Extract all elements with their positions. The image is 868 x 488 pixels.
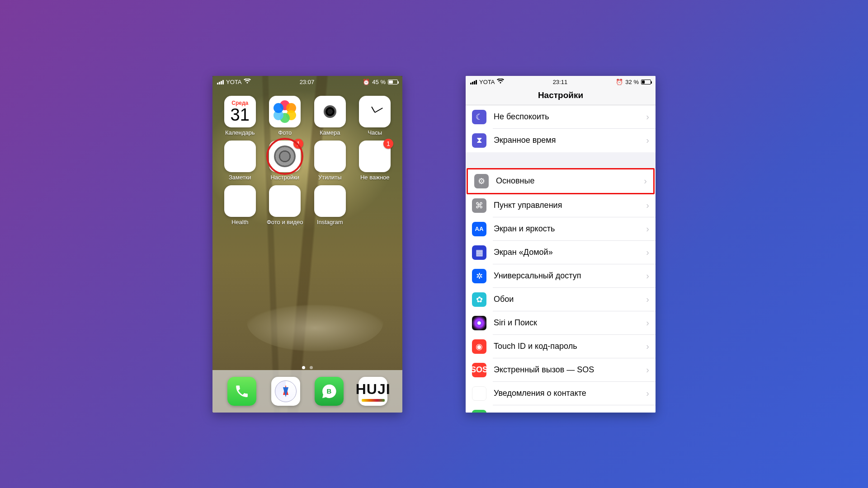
accessibility-icon: ✲ (472, 269, 486, 283)
alarm-icon: ⏰ (616, 79, 623, 85)
settings-group-2: ⚙ Основные › ⌘ Пункт управления › AA Экр… (466, 168, 656, 413)
empty-slot (354, 185, 396, 225)
dock-safari[interactable] (271, 377, 300, 406)
battery-pct: 45 % (372, 79, 386, 85)
folder-utilities[interactable]: Утилиты (309, 141, 351, 181)
app-calendar[interactable]: Среда 31 Календарь (219, 96, 261, 136)
phone-home-screen: YOTA 23:07 ⏰ 45 % Среда 31 Календарь Фот… (212, 76, 402, 413)
chevron-right-icon: › (646, 112, 649, 122)
badge: 1 (383, 139, 393, 149)
chevron-right-icon: › (646, 135, 649, 145)
dock-whatsapp[interactable]: B (315, 377, 344, 406)
folder-photo-video[interactable]: Фото и видео (264, 185, 307, 225)
row-exposure[interactable]: ✺ Уведомления о контакте › (466, 382, 656, 405)
photos-icon (269, 96, 301, 127)
row-display[interactable]: AA Экран и яркость › (466, 217, 656, 241)
chevron-right-icon: › (646, 224, 649, 234)
highlight-box: ⚙ Основные › (467, 168, 655, 194)
chevron-right-icon: › (646, 341, 649, 352)
hourglass-icon: ⧗ (472, 133, 486, 148)
app-photos[interactable]: Фото (264, 96, 307, 136)
wifi-icon (497, 79, 504, 85)
sos-icon: SOS (472, 363, 486, 377)
status-time: 23:11 (553, 79, 568, 85)
row-sos[interactable]: SOS Экстренный вызов — SOS › (466, 358, 656, 382)
home-app-grid: Среда 31 Календарь Фото Камера Часы Заме… (212, 92, 402, 229)
exposure-icon: ✺ (472, 386, 486, 401)
status-bar: YOTA 23:07 ⏰ 45 % (212, 76, 402, 89)
gear-icon: ⚙ (474, 174, 489, 188)
app-settings[interactable]: 1 Настройки (264, 141, 307, 181)
app-clock[interactable]: Часы (354, 96, 396, 136)
alarm-icon: ⏰ (363, 79, 370, 85)
row-accessibility[interactable]: ✲ Универсальный доступ › (466, 264, 656, 288)
row-siri[interactable]: ● Siri и Поиск › (466, 311, 656, 335)
row-do-not-disturb[interactable]: ☾ Не беспокоить › (466, 105, 656, 129)
folder-icon (314, 141, 346, 172)
folder-unimportant[interactable]: 1 Не важное (354, 141, 396, 181)
chevron-right-icon: › (644, 176, 647, 186)
status-time: 23:07 (300, 79, 315, 85)
signal-icon (470, 80, 477, 84)
chevron-right-icon: › (646, 200, 649, 211)
row-control-center[interactable]: ⌘ Пункт управления › (466, 194, 656, 217)
battery-icon (641, 80, 651, 84)
battery-icon: ▮ (472, 410, 486, 413)
clock-icon (359, 96, 391, 127)
row-battery[interactable]: ▮ Аккумулятор › (466, 405, 656, 413)
wifi-icon (244, 79, 251, 85)
folder-icon (269, 185, 301, 217)
app-notes[interactable]: Заметки (219, 141, 261, 181)
app-camera[interactable]: Камера (309, 96, 351, 136)
flower-icon: ✿ (472, 292, 486, 307)
highlight-ring (266, 138, 303, 175)
chevron-right-icon: › (646, 271, 649, 281)
chevron-right-icon: › (646, 247, 649, 258)
chevron-right-icon: › (646, 388, 649, 399)
notes-icon (224, 141, 256, 172)
text-size-icon: AA (472, 222, 486, 236)
grid-icon: ▦ (472, 245, 486, 260)
chevron-right-icon: › (646, 318, 649, 328)
page-dots[interactable] (212, 366, 402, 369)
calendar-icon: Среда 31 (224, 96, 256, 127)
dock: B HUJI (212, 370, 402, 413)
dock-phone[interactable] (227, 377, 256, 406)
row-wallpaper[interactable]: ✿ Обои › (466, 288, 656, 311)
instagram-icon (314, 185, 346, 217)
signal-icon (217, 80, 224, 84)
folder-health[interactable]: Health (219, 185, 261, 225)
chevron-right-icon: › (646, 294, 649, 305)
chevron-right-icon: › (646, 365, 649, 375)
settings-group-1: ☾ Не беспокоить › ⧗ Экранное время › (466, 105, 656, 152)
svg-text:B: B (327, 387, 332, 394)
siri-icon: ● (472, 316, 486, 330)
dock-huji[interactable]: HUJI (359, 377, 387, 406)
row-screen-time[interactable]: ⧗ Экранное время › (466, 129, 656, 152)
row-home-screen[interactable]: ▦ Экран «Домой» › (466, 241, 656, 264)
app-instagram[interactable]: Instagram (309, 185, 351, 225)
carrier-label: YOTA (479, 79, 495, 85)
row-touch-id[interactable]: ◉ Touch ID и код-пароль › (466, 335, 656, 358)
folder-icon (224, 185, 256, 217)
camera-icon (314, 96, 346, 127)
chevron-right-icon: › (646, 412, 649, 413)
row-general[interactable]: ⚙ Основные › (468, 169, 653, 193)
moon-icon: ☾ (472, 110, 486, 124)
status-bar: YOTA 23:11 ⏰ 32 % (466, 76, 656, 89)
battery-icon (388, 80, 398, 84)
switches-icon: ⌘ (472, 198, 486, 213)
fingerprint-icon: ◉ (472, 339, 486, 354)
carrier-label: YOTA (226, 79, 241, 85)
phone-settings-screen: YOTA 23:11 ⏰ 32 % Настройки ☾ Не беспоко… (466, 76, 656, 413)
battery-pct: 32 % (625, 79, 639, 85)
